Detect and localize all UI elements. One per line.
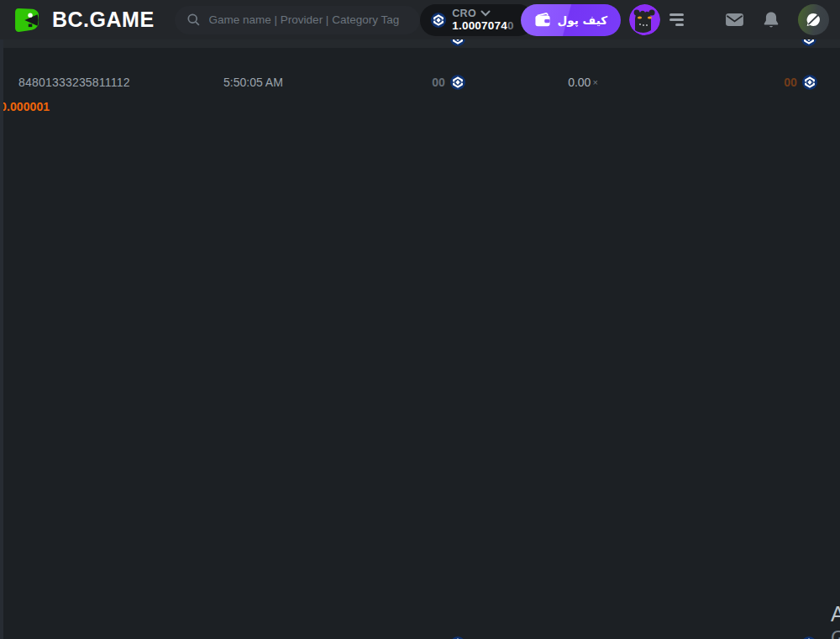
wallet-button-label: کیف پول xyxy=(558,13,607,27)
chevron-down-icon xyxy=(480,10,491,17)
chat-bubble-slash-icon[interactable] xyxy=(798,4,829,35)
mail-icon[interactable] xyxy=(725,12,744,28)
balance-value: 1.00070740 xyxy=(452,20,513,32)
bet-history-table: 84801333235811112 5:50:05 AM 0.00000100 … xyxy=(0,39,840,639)
brand-title: BC.GAME xyxy=(52,8,155,32)
wallet-button[interactable]: کیف پول xyxy=(521,4,621,36)
menu-icon[interactable] xyxy=(668,9,690,31)
wallet-icon xyxy=(534,13,551,28)
bet-rows: 84801333235811112 5:50:05 AM 0.00000100 … xyxy=(0,60,840,623)
bell-icon[interactable] xyxy=(763,11,780,29)
cro-coin-icon xyxy=(450,75,465,90)
game-search-input[interactable]: Game name | Provider | Category Tag xyxy=(175,6,420,34)
bet-id: 84801333235811112 xyxy=(18,76,223,89)
left-edge-strip xyxy=(0,39,3,639)
search-icon xyxy=(186,13,201,27)
cro-coin-icon xyxy=(802,75,817,90)
bc-game-logo[interactable]: BC.GAME xyxy=(12,5,155,35)
cro-coin-icon xyxy=(431,13,446,28)
search-placeholder: Game name | Provider | Category Tag xyxy=(209,13,400,26)
bet-payout: 0.00000100 xyxy=(701,594,817,609)
bet-time: 5:50:05 AM xyxy=(223,76,358,89)
bet-row[interactable]: 84801333235811112 5:50:05 AM 0.00000100 … xyxy=(0,60,840,104)
bet-row[interactable]: 84801333235811100 5:49:58 AM 0.00000100 … xyxy=(0,579,840,623)
top-header: BC.GAME Game name | Provider | Category … xyxy=(0,0,840,39)
bet-amount: 0.00000100 xyxy=(358,75,465,90)
bet-multiplier: 0.00× xyxy=(465,76,701,89)
currency-code: CRO xyxy=(452,8,476,19)
bc-game-shield-icon xyxy=(12,5,42,35)
avatar[interactable] xyxy=(629,4,660,35)
bet-payout: 0.00000100 xyxy=(701,75,817,90)
cro-coin-icon xyxy=(450,39,465,46)
edge-overlay-letters: A G xyxy=(831,604,840,639)
table-top-strip xyxy=(0,39,840,48)
cro-coin-icon xyxy=(801,39,816,46)
balance-selector[interactable]: CRO 1.00070740 xyxy=(420,4,533,36)
